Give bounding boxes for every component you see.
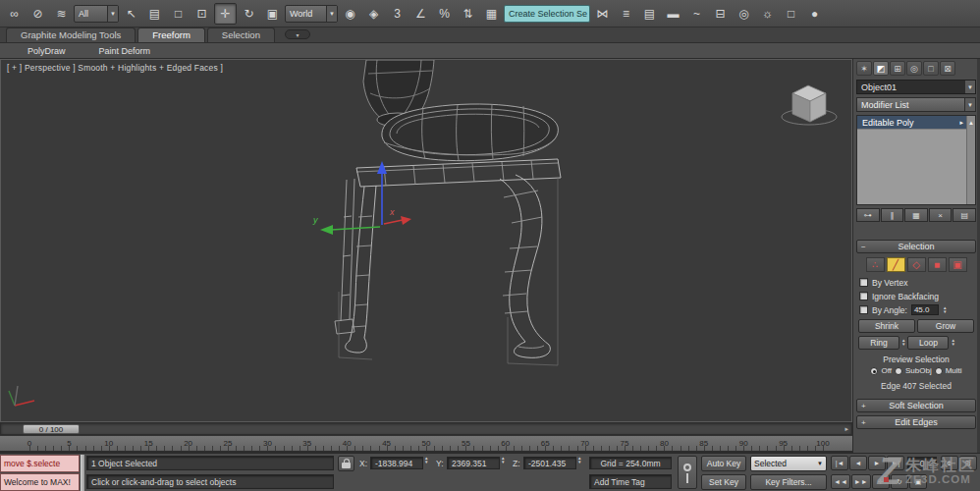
time-slider-track[interactable]: 0 / 100 ▸ (0, 422, 852, 435)
pan-hand-icon[interactable]: ✛ (872, 474, 890, 489)
show-end-result-icon[interactable]: ∥ (881, 208, 904, 222)
tab-graphite-modeling-tools[interactable]: Graphite Modeling Tools (6, 27, 136, 42)
selection-lock-toggle[interactable] (338, 456, 354, 471)
select-and-rotate-icon[interactable]: ↻ (238, 3, 260, 25)
dropdown-arrow-icon[interactable]: ▼ (964, 81, 975, 93)
select-object-icon[interactable]: ↖ (120, 3, 142, 25)
play-button[interactable]: ► (868, 456, 886, 470)
loop-spinner[interactable]: ▲▼ (951, 339, 954, 347)
layer-manager-icon[interactable]: ▤ (638, 3, 661, 25)
ignore-backfacing-checkbox[interactable] (859, 292, 868, 300)
vertex-subobject-icon[interactable]: ∴ (866, 257, 885, 272)
mirror-icon[interactable]: ⋈ (591, 3, 614, 25)
y-spinner[interactable]: ▲▼ (501, 457, 505, 464)
configure-modifier-sets-icon[interactable]: ▤ (953, 208, 976, 222)
make-unique-icon[interactable]: ▦ (904, 208, 928, 222)
add-time-tag[interactable]: Add Time Tag (589, 474, 672, 489)
time-slider-handle[interactable]: 0 / 100 (23, 424, 80, 434)
polygon-subobject-icon[interactable]: ■ (928, 257, 947, 272)
spinner-snap-toggle-icon[interactable]: ⇅ (457, 3, 479, 25)
next-frame-arrow-icon[interactable]: ▸ (844, 425, 848, 433)
curve-editor-icon[interactable]: ~ (685, 3, 708, 25)
go-to-end-button[interactable]: ►| (887, 456, 904, 470)
angle-snap-toggle-icon[interactable]: ∠ (409, 3, 432, 25)
rendered-frame-window-icon[interactable]: □ (780, 3, 802, 25)
tab-freeform[interactable]: Freeform (137, 27, 205, 42)
angle-value-field[interactable]: 45.0 (911, 304, 939, 315)
render-production-icon[interactable]: ● (803, 3, 826, 25)
play-reverse-button[interactable]: ◄◄ (831, 474, 850, 489)
stack-scrollbar[interactable]: ▲ (966, 116, 975, 204)
angle-spinner[interactable]: ▲▼ (943, 306, 947, 314)
dropdown-arrow-icon[interactable]: ▼ (964, 98, 975, 111)
shrink-button[interactable]: Shrink (858, 319, 915, 333)
use-pivot-point-center-icon[interactable]: ◉ (339, 3, 361, 25)
edit-named-selection-sets-icon[interactable]: ▦ (480, 3, 503, 25)
view-cube[interactable] (782, 85, 837, 125)
collapse-icon[interactable]: − (861, 243, 866, 251)
pin-stack-icon[interactable]: ⊶ (856, 208, 880, 222)
tab-selection[interactable]: Selection (207, 27, 275, 42)
create-tab-icon[interactable]: ✶ (856, 61, 872, 76)
viewport-label[interactable]: [ + ] Perspective ] Smooth + Highlights … (7, 63, 223, 73)
viewport-canvas[interactable]: x y (1, 60, 851, 421)
ring-button[interactable]: Ring (858, 336, 899, 350)
object-name-dropdown[interactable]: Object01 ▼ (856, 80, 976, 94)
rollout-soft-selection[interactable]: + Soft Selection (856, 399, 976, 412)
key-filters-button[interactable]: Key Filters... (750, 474, 827, 490)
bind-to-space-warp-icon[interactable]: ≋ (50, 3, 73, 25)
reference-coordinate-system-dropdown[interactable]: World▼ (285, 5, 338, 23)
z-coordinate-field[interactable]: -2501.435 (523, 457, 576, 469)
modify-tab-icon[interactable]: ◩ (873, 61, 889, 76)
subtab-polydraw[interactable]: PolyDraw (27, 46, 66, 56)
perspective-viewport[interactable]: [ + ] Perspective ] Smooth + Highlights … (0, 59, 852, 422)
render-setup-icon[interactable]: ☼ (756, 3, 779, 25)
ring-spinner[interactable]: ▲▼ (901, 339, 905, 347)
select-and-manipulate-icon[interactable]: ◈ (362, 3, 385, 25)
zoom-extents-icon[interactable]: ⊞ (959, 456, 977, 470)
maxscript-mini-listener-line2[interactable]: Welcome to MAX! (0, 473, 80, 491)
x-coordinate-field[interactable]: -1838.994 (370, 457, 423, 469)
by-vertex-checkbox[interactable] (859, 278, 868, 287)
hierarchy-tab-icon[interactable]: ⊞ (890, 61, 905, 76)
timeline-ruler[interactable]: 0510152025303540455055606570758085909510… (0, 435, 852, 453)
orbit-icon[interactable]: ↻ (891, 474, 908, 489)
rollout-edit-edges[interactable]: + Edit Edges (856, 415, 976, 429)
preview-subobj-radio[interactable] (895, 367, 902, 375)
select-and-scale-icon[interactable]: ▣ (261, 3, 284, 25)
loop-button[interactable]: Loop (907, 336, 949, 350)
go-to-start-button[interactable]: |◄ (831, 456, 848, 470)
unlink-selection-icon[interactable]: ⊘ (27, 3, 49, 25)
modifier-list-dropdown[interactable]: Modifier List ▼ (856, 97, 976, 112)
previous-frame-button[interactable]: ◄ (849, 456, 867, 470)
grow-button[interactable]: Grow (917, 319, 974, 333)
material-editor-icon[interactable]: ◎ (733, 3, 755, 25)
expand-icon[interactable]: + (861, 418, 866, 427)
window-crossing-toggle-icon[interactable]: ⊡ (191, 3, 213, 25)
selection-filter-dropdown[interactable]: All▼ (74, 5, 119, 23)
graphite-ribbon-toggle-icon[interactable]: ▬ (662, 3, 684, 25)
align-icon[interactable]: ≡ (615, 3, 637, 25)
snaps-toggle-icon[interactable]: 3 (386, 3, 408, 25)
remove-modifier-icon[interactable]: × (929, 208, 953, 222)
select-and-move-icon[interactable]: ✛ (214, 3, 237, 25)
schematic-view-icon[interactable]: ⊟ (709, 3, 732, 25)
current-frame-field[interactable]: 0 (907, 457, 937, 469)
maximize-viewport-toggle-icon[interactable]: ▣ (909, 474, 927, 489)
rollout-selection[interactable]: − Selection (856, 240, 976, 253)
maxscript-mini-listener-line1[interactable]: move $.selecte (0, 455, 80, 472)
rectangular-selection-region-icon[interactable]: □ (167, 3, 190, 25)
fast-forward-button[interactable]: ►► (851, 474, 871, 489)
utilities-tab-icon[interactable]: ⊠ (940, 61, 955, 76)
select-and-link-icon[interactable]: ∞ (3, 3, 26, 25)
transform-gizmo[interactable]: x y (312, 161, 411, 235)
modifier-stack[interactable]: Editable Poly ▸ ▲ (856, 115, 976, 205)
named-selection-set-field[interactable]: Create Selection Se▼ (504, 5, 590, 23)
edge-subobject-icon[interactable]: ╱ (887, 257, 905, 272)
select-by-name-icon[interactable]: ▤ (143, 3, 166, 25)
zoom-icon[interactable]: ⊕ (941, 456, 958, 470)
expand-icon[interactable]: + (861, 402, 866, 410)
x-spinner[interactable]: ▲▼ (424, 457, 428, 464)
border-subobject-icon[interactable]: ◇ (907, 257, 926, 272)
selection-set-dropdown[interactable]: Selected ▼ (750, 456, 827, 471)
